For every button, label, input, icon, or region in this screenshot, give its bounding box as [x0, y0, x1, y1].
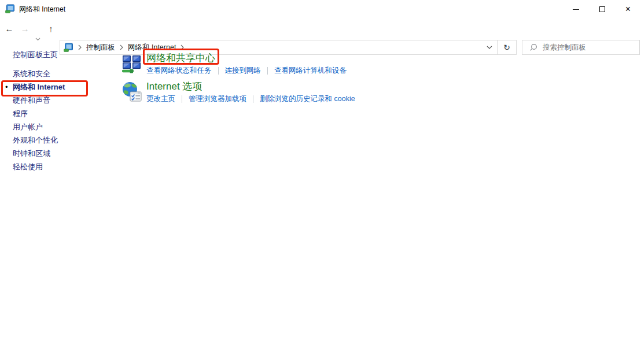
maximize-button[interactable]	[589, 0, 615, 18]
link-separator	[253, 95, 253, 103]
window-title: 网络和 Internet	[19, 0, 65, 18]
back-icon: ←	[5, 24, 14, 34]
sidebar-item-label: 系统和安全	[13, 69, 50, 79]
address-bar[interactable]: 控制面板 网络和 Internet ↻	[60, 40, 517, 55]
sidebar-item-clock-region[interactable]: 时钟和区域	[0, 147, 119, 160]
sidebar-item-user-accounts[interactable]: 用户帐户	[0, 120, 119, 133]
minimize-button[interactable]	[563, 0, 589, 18]
internet-options-links: 更改主页 管理浏览器加载项 删除浏览的历史记录和 cookie	[146, 94, 355, 104]
network-sharing-center-icon[interactable]	[122, 54, 141, 73]
chevron-right-icon	[180, 44, 184, 50]
sidebar-item-label: 硬件和声音	[13, 95, 50, 106]
task-link-change-homepage[interactable]: 更改主页	[146, 94, 175, 104]
sidebar-item-label: 网络和 Internet	[13, 82, 65, 92]
sidebar-item-label: 轻松使用	[13, 162, 43, 172]
task-link-view-network-status[interactable]: 查看网络状态和任务	[146, 66, 212, 76]
search-input[interactable]	[543, 43, 639, 51]
navigation-bar: ← → ↑ 控制面板 网络和 Internet	[0, 18, 641, 39]
sidebar-item-label: 程序	[13, 109, 28, 119]
forward-icon: →	[21, 24, 30, 34]
recent-locations-button[interactable]	[33, 18, 42, 39]
sidebar-item-system-security[interactable]: 系统和安全	[0, 67, 119, 80]
internet-options-icon[interactable]	[122, 81, 142, 102]
up-button[interactable]: ↑	[44, 18, 58, 39]
search-icon	[529, 43, 537, 51]
close-button[interactable]: ×	[615, 0, 641, 18]
sidebar-item-network-internet[interactable]: • 网络和 Internet	[0, 80, 119, 94]
maximize-icon	[599, 6, 605, 12]
back-button[interactable]: ←	[2, 18, 16, 39]
link-separator	[218, 67, 219, 75]
sidebar-item-label: 用户帐户	[13, 122, 43, 132]
sidebar-item-label: 外观和个性化	[13, 135, 58, 146]
network-sharing-center-links: 查看网络状态和任务 连接到网络 查看网络计算机和设备	[146, 66, 347, 76]
refresh-icon: ↻	[503, 43, 510, 52]
sidebar: 控制面板主页 系统和安全 • 网络和 Internet 硬件和声音 程序 用户帐…	[0, 39, 119, 173]
up-icon: ↑	[49, 24, 53, 34]
sidebar-group-gap	[0, 61, 119, 67]
link-separator	[182, 95, 182, 103]
internet-options-title[interactable]: Internet 选项	[146, 80, 202, 93]
titlebar: 网络和 Internet ×	[0, 0, 641, 18]
sidebar-spacer	[0, 39, 119, 48]
close-icon: ×	[625, 5, 631, 14]
sidebar-item-ease-of-access[interactable]: 轻松使用	[0, 160, 119, 173]
task-link-view-network-computers[interactable]: 查看网络计算机和设备	[274, 66, 347, 76]
sidebar-item-hardware-sound[interactable]: 硬件和声音	[0, 94, 119, 107]
sidebar-item-programs[interactable]: 程序	[0, 107, 119, 120]
task-link-delete-history-cookies[interactable]: 删除浏览的历史记录和 cookie	[260, 94, 355, 104]
control-panel-icon	[5, 4, 15, 14]
task-link-connect-to-network[interactable]: 连接到网络	[225, 66, 261, 76]
sidebar-item-label: 时钟和区域	[13, 148, 50, 159]
refresh-button[interactable]: ↻	[497, 40, 516, 54]
address-dropdown-button[interactable]	[482, 40, 497, 54]
link-separator	[267, 67, 268, 75]
minimize-icon	[573, 9, 579, 10]
sidebar-item-appearance-personalization[interactable]: 外观和个性化	[0, 133, 119, 147]
search-box[interactable]	[522, 40, 640, 55]
breadcrumb-network-internet[interactable]: 网络和 Internet	[128, 43, 176, 53]
chevron-down-icon	[487, 46, 492, 49]
network-sharing-center-title[interactable]: 网络和共享中心	[146, 51, 215, 65]
chevron-right-icon	[120, 44, 123, 50]
task-link-manage-browser-addons[interactable]: 管理浏览器加载项	[189, 94, 246, 104]
control-panel-window: 网络和 Internet × ← → ↑ 控制面板	[0, 0, 641, 364]
window-controls: ×	[563, 0, 641, 18]
bullet-icon: •	[5, 83, 8, 91]
sidebar-item-control-panel-home[interactable]: 控制面板主页	[0, 48, 119, 61]
sidebar-item-label: 控制面板主页	[13, 50, 58, 60]
forward-button[interactable]: →	[18, 18, 32, 39]
